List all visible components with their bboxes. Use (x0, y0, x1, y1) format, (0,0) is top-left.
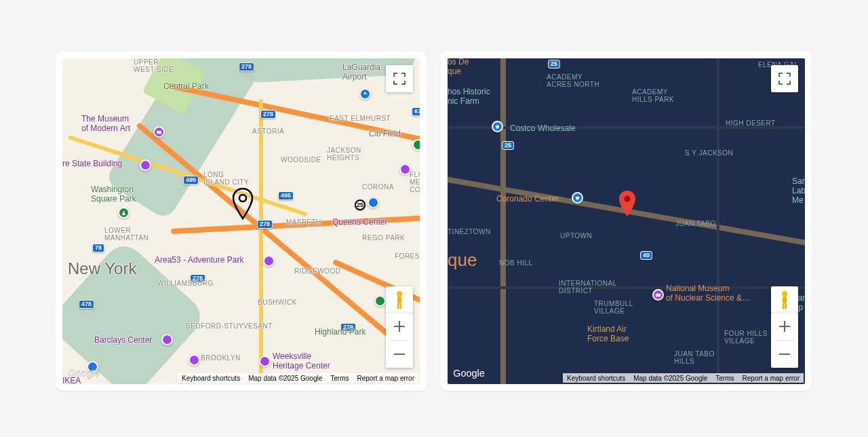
area-lm: LOWER MANHATTAN (104, 227, 149, 242)
poi-barclays-dot[interactable] (161, 334, 173, 345)
area-syj: S Y JACKSON (685, 149, 733, 157)
report-error-link[interactable]: Report a map error (738, 373, 804, 383)
area-ah: ACADEMY HILLS PARK (632, 88, 674, 103)
zoom-control (386, 313, 413, 368)
label-barclays: Barclays Center (94, 335, 152, 345)
zoom-out-button[interactable] (386, 341, 413, 368)
svg-point-2 (239, 195, 246, 202)
poi-costco-dot[interactable] (492, 121, 503, 132)
svg-text:Google: Google (453, 368, 484, 379)
poi-lga-dot[interactable] (359, 88, 371, 100)
poi-esb-dot[interactable] (140, 159, 151, 171)
terms-link[interactable]: Terms (326, 373, 353, 383)
svg-rect-8 (656, 294, 660, 297)
plus-icon (779, 321, 790, 332)
area-bw: BUSHWICK (258, 299, 297, 306)
zoom-control (771, 313, 798, 368)
area-rp: REGO PARK (362, 234, 405, 242)
plus-icon (394, 321, 405, 332)
poi-weeks-dot[interactable] (259, 356, 271, 367)
label-abq: que (448, 250, 477, 271)
shield-i40: 40 (640, 251, 652, 260)
minus-icon (394, 349, 405, 360)
area-id: INTERNATIONAL DISTRICT (559, 280, 617, 294)
shield-us25: 25 (355, 200, 366, 210)
area-ast: ASTORIA (252, 128, 284, 135)
poi-citi-dot[interactable] (412, 139, 420, 151)
label-losde: os De que (448, 58, 469, 76)
svg-rect-0 (157, 131, 161, 134)
shield-i278-d: 278 (257, 220, 273, 229)
svg-rect-11 (783, 297, 787, 303)
shield-i678: 678 (412, 107, 420, 116)
shield-i25-a: 25 (548, 60, 560, 69)
svg-point-10 (782, 291, 787, 297)
area-bs: BEDFORD-STUYVESANT (186, 322, 273, 330)
label-qc: Queens Center (332, 217, 387, 227)
poi-coronado-dot[interactable] (572, 192, 583, 204)
area-fhh: FOUR HILLS VILLAGE (724, 330, 768, 345)
shield-i495-a: 495 (183, 176, 199, 185)
label-sand: San Lab Me (792, 176, 805, 205)
poi-hprec-dot[interactable] (374, 295, 386, 307)
fullscreen-icon (393, 73, 406, 85)
svg-text:Google: Google (68, 368, 99, 379)
map-nyc[interactable]: 278 278 278 278 278 495 495 478 78 678 2… (62, 58, 420, 384)
google-logo: Google (67, 366, 109, 380)
poi-brookmus-dot[interactable] (189, 354, 200, 366)
area-nh: NOB HILL (499, 259, 533, 267)
poi-qcshop-dot[interactable] (368, 197, 379, 208)
area-up: UPTOWN (560, 232, 592, 240)
fullscreen-button[interactable] (771, 65, 798, 92)
area-jh: JACKSON HEIGHTS (327, 147, 361, 162)
area-bk: BROOKLYN (201, 354, 241, 362)
shield-i25-b: 25 (502, 141, 514, 150)
label-weeks: Weeksville Heritage Center (273, 352, 330, 370)
poi-moma-dot[interactable] (153, 126, 165, 138)
area-fo: FOREST (395, 252, 420, 260)
fullscreen-button[interactable] (386, 65, 413, 92)
label-a53: Area53 - Adventure Park (155, 255, 243, 265)
attribution-text: Map data ©2025 Google (244, 373, 326, 383)
label-wsp: Washington Square Park (91, 185, 136, 204)
road-g2 (448, 286, 805, 289)
svg-rect-4 (397, 297, 401, 303)
pegman-icon (778, 290, 791, 309)
zoom-in-button[interactable] (771, 313, 798, 340)
terms-link[interactable]: Terms (711, 373, 738, 383)
keyboard-shortcuts-link[interactable]: Keyboard shortcuts (178, 373, 244, 383)
poi-museum-dot[interactable] (652, 289, 664, 301)
map-footer: Keyboard shortcuts Map data ©2025 Google… (178, 373, 418, 383)
label-costco: Costco Wholesale (510, 124, 576, 133)
report-error-link[interactable]: Report a map error (353, 373, 418, 383)
area-tv: TRUMBULL VILLAGE (594, 300, 633, 315)
zoom-in-button[interactable] (386, 313, 413, 340)
label-nyc: New York (68, 259, 136, 278)
area-fl: FLU ME CO (410, 171, 420, 193)
label-moma: The Museum of Modern Art (81, 114, 130, 133)
fullscreen-icon (778, 73, 791, 85)
map-marker-custom[interactable] (231, 187, 255, 221)
svg-rect-6 (400, 303, 402, 309)
map-marker-red[interactable] (617, 189, 637, 218)
keyboard-shortcuts-link[interactable]: Keyboard shortcuts (563, 373, 629, 383)
map-albuquerque[interactable]: 25 25 40 Costco Wholesale Coronado Cente… (448, 58, 805, 384)
pegman-button[interactable] (386, 286, 413, 314)
area-an: ACADEMY ACRES NORTH (547, 73, 599, 88)
shield-i278-b: 278 (260, 110, 276, 119)
area-wb: WILLIAMSBURG (157, 280, 214, 287)
svg-point-3 (397, 291, 402, 297)
svg-marker-1 (122, 210, 125, 215)
area-tz: TINEZTOWN (448, 228, 491, 235)
shield-i478: 478 (79, 300, 94, 309)
minus-icon (779, 349, 790, 360)
pegman-button[interactable] (771, 286, 798, 314)
google-logo: Google (452, 366, 494, 380)
poi-a53-dot[interactable] (263, 255, 275, 267)
shield-i495-b: 495 (278, 191, 294, 200)
area-mp: MASPETH (286, 218, 321, 226)
area-ee: EAST ELMHURST (330, 115, 391, 122)
label-kirtland: Kirtland Air Force Base (587, 324, 629, 343)
zoom-out-button[interactable] (771, 341, 798, 368)
poi-wsp-dot[interactable] (118, 207, 130, 218)
